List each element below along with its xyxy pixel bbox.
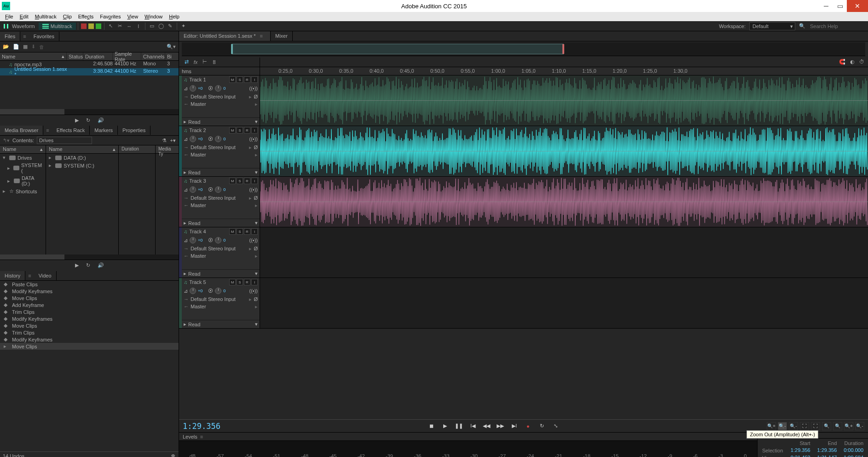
back-icon[interactable]: ↰▾ — [3, 138, 10, 144]
sends-icon[interactable]: ⊢ — [200, 58, 209, 67]
file-row[interactable]: ♫Untitled Session 1.sesx *3:38.04244100 … — [0, 68, 179, 75]
media-autoplay-button[interactable]: 🔊 — [98, 262, 104, 268]
add-shortcut-icon[interactable]: +▾ — [170, 138, 176, 144]
editor-session-tab[interactable]: Editor: Untitled Session 1.sesx * ≡ — [179, 31, 271, 41]
stereo-icon[interactable]: ((•)) — [249, 288, 258, 294]
zoom-out-amp-button[interactable]: 🔍 — [833, 422, 842, 430]
zoom-in-time-button[interactable]: 🔍+ — [767, 422, 776, 430]
metronome-icon[interactable]: ⏱ — [859, 59, 864, 65]
snap-icon[interactable]: 🧲 — [839, 59, 845, 65]
volume-knob[interactable] — [190, 136, 196, 142]
slip-tool[interactable]: ↔ — [125, 22, 134, 31]
phase-icon[interactable]: Ø — [254, 195, 258, 201]
files-col-bit[interactable]: Bi — [165, 52, 179, 60]
zoom-in-amp-button[interactable]: 🔍 — [822, 422, 831, 430]
track-name[interactable]: Track 3 — [189, 178, 227, 184]
r-button[interactable]: R — [244, 279, 250, 285]
files-h-scrollbar[interactable] — [0, 109, 179, 115]
track-input[interactable]: Default Stereo Input — [191, 195, 247, 201]
pan-knob[interactable] — [215, 288, 221, 294]
timeline-overview[interactable]: ⊕ — [182, 42, 865, 56]
close-button[interactable]: ✕ — [847, 0, 868, 12]
track-input[interactable]: Default Stereo Input — [191, 296, 247, 302]
levels-menu-icon[interactable]: ≡ — [197, 434, 206, 440]
track-name[interactable]: Track 2 — [189, 127, 227, 133]
tree-item-system[interactable]: ▸SYSTEM (C:) — [46, 162, 118, 169]
track-output[interactable]: Master — [191, 152, 253, 157]
i-button[interactable]: I — [251, 127, 258, 133]
s-button[interactable]: S — [237, 178, 243, 184]
track-name[interactable]: Track 1 — [189, 77, 227, 82]
volume-knob[interactable] — [190, 288, 196, 294]
time-ruler[interactable]: 0:25,00:30,00:35,00:40,00:45,00:50,00:55… — [260, 67, 868, 75]
multitrack-mode-button[interactable]: Multitrack — [39, 23, 76, 30]
r-button[interactable]: R — [244, 178, 250, 184]
brush-tool[interactable]: ✎ — [166, 22, 175, 31]
automation-mode[interactable]: Read — [188, 119, 253, 125]
loop-button[interactable]: ↻ — [537, 422, 546, 431]
automation-mode[interactable]: Read — [188, 271, 253, 277]
i-button[interactable]: I — [251, 178, 258, 184]
skip-start-button[interactable]: I◀ — [468, 422, 477, 431]
history-item[interactable]: ◆Trim Clips — [0, 329, 179, 336]
volume-knob[interactable] — [190, 85, 196, 92]
record-button[interactable]: ● — [523, 422, 532, 431]
overview-handle-left[interactable] — [231, 44, 233, 54]
move-tool[interactable]: ↖ — [106, 22, 116, 31]
snapping-toggle-icon[interactable]: ◐ — [850, 59, 855, 65]
m-button[interactable]: M — [229, 127, 236, 133]
track-collapse-icon[interactable]: ♫ — [184, 279, 187, 285]
history-item[interactable]: ◆Add Keyframe — [0, 301, 179, 308]
properties-tab[interactable]: Properties — [118, 126, 150, 135]
s-button[interactable]: S — [237, 76, 243, 83]
pan-knob[interactable] — [215, 186, 221, 193]
filter-icon[interactable]: ⚗ — [162, 138, 167, 144]
time-selection-tool[interactable]: I — [134, 22, 143, 31]
rewind-button[interactable]: ◀◀ — [482, 422, 491, 431]
track-content[interactable] — [260, 227, 868, 278]
favorites-tab[interactable]: Favorites — [29, 32, 59, 41]
zoom-out-time-button[interactable]: 🔍- — [789, 422, 798, 430]
automation-arrow-icon[interactable]: ▸ — [184, 119, 186, 125]
automation-arrow-icon[interactable]: ▸ — [184, 321, 186, 327]
open-file-icon[interactable]: 📂 — [3, 44, 9, 50]
zoom-out-button[interactable]: 🔍- — [855, 422, 864, 430]
history-item[interactable]: ◆Paste Clips — [0, 281, 179, 288]
heal-tool[interactable]: ✦ — [179, 22, 188, 31]
track-collapse-icon[interactable]: ♫ — [184, 127, 187, 133]
tree-system-c[interactable]: ▸SYSTEM ( — [0, 162, 46, 174]
history-item[interactable]: ◆Modify Keyframes — [0, 336, 179, 343]
stereo-icon[interactable]: ((•)) — [249, 187, 258, 192]
files-menu-icon[interactable]: ≡ — [20, 34, 29, 39]
phase-icon[interactable]: Ø — [254, 246, 258, 251]
track-input[interactable]: Default Stereo Input — [191, 94, 247, 99]
zoom-out-amplitude-button[interactable]: 🔍- — [778, 422, 787, 430]
track-output[interactable]: Master — [191, 101, 253, 107]
import-icon[interactable]: ⬇ — [31, 44, 35, 50]
fx-icon[interactable]: fx — [191, 58, 200, 67]
timecode-display[interactable]: 1:29.356 — [183, 422, 220, 431]
autoplay-button[interactable]: 🔊 — [98, 117, 104, 123]
maximize-button[interactable]: ▭ — [833, 0, 847, 12]
eq-icon[interactable]: 🎚 — [209, 58, 219, 67]
track-output[interactable]: Master — [191, 304, 253, 309]
menu-clip[interactable]: Clip — [60, 14, 75, 19]
track-input[interactable]: Default Stereo Input — [191, 246, 247, 251]
m-button[interactable]: M — [229, 279, 236, 285]
stereo-icon[interactable]: ((•)) — [249, 237, 258, 243]
track-output[interactable]: Master — [191, 253, 253, 259]
track-content[interactable] — [260, 278, 868, 328]
automation-mode[interactable]: Read — [188, 220, 253, 226]
markers-tab[interactable]: Markers — [90, 126, 118, 135]
s-button[interactable]: S — [237, 228, 243, 235]
stereo-icon[interactable]: ((•)) — [249, 86, 258, 91]
history-menu-icon[interactable]: ≡ — [25, 273, 34, 278]
media-play-button[interactable]: ▶ — [75, 262, 79, 268]
s-button[interactable]: S — [237, 127, 243, 133]
i-button[interactable]: I — [251, 76, 258, 83]
s-button[interactable]: S — [237, 279, 243, 285]
media-loop-button[interactable]: ↻ — [86, 262, 90, 268]
skip-selection-button[interactable]: ⤡ — [551, 422, 560, 431]
m-button[interactable]: M — [229, 76, 236, 83]
mixer-tab[interactable]: Mixer — [271, 31, 293, 41]
